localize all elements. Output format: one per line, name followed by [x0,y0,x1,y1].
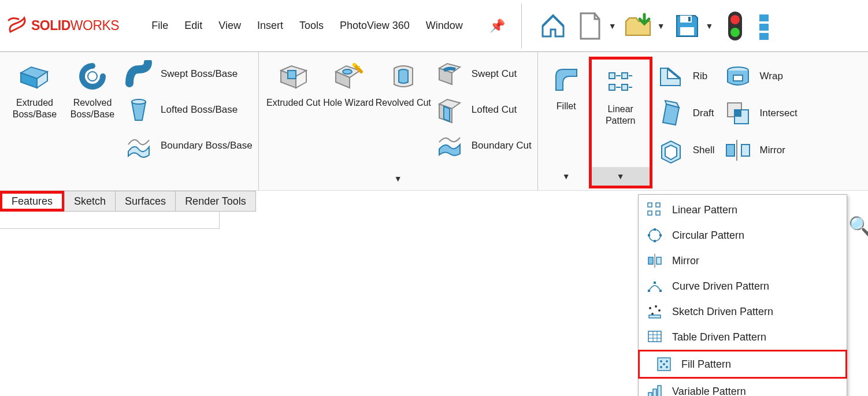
svg-point-28 [649,230,661,241]
mirror-button[interactable]: Mirror [724,136,797,164]
svg-rect-34 [648,257,653,264]
hole-wizard-caret[interactable]: ▼ [265,174,532,188]
menu-insert[interactable]: Insert [257,20,283,32]
menu-window[interactable]: Window [426,20,463,32]
open-folder-icon [624,11,654,41]
svg-rect-2 [688,17,691,21]
magnifier-icon[interactable]: 🔍 [848,215,868,237]
label: Fillet [557,101,576,112]
svg-rect-18 [622,84,628,90]
traffic-light-icon[interactable] [720,11,750,41]
extruded-boss-button[interactable]: Extruded Boss/Base [6,57,64,120]
divider [521,3,522,49]
fillet-button[interactable]: Fillet [546,60,587,112]
label: Curve Driven Pattern [672,280,769,293]
caret-icon: ▼ [706,21,714,31]
dd-curve-driven[interactable]: Curve Driven Pattern [639,273,847,299]
solidworks-logo: SOLIDWORKS [7,16,119,36]
variable-pattern-icon [646,382,664,396]
dd-fill-pattern[interactable]: Fill Pattern [638,350,847,379]
group-boss-base: Extruded Boss/Base Revolved Boss/Base Sw… [0,52,259,190]
svg-rect-26 [648,211,652,215]
linear-pattern-caret[interactable]: ▼ [592,167,650,186]
swept-boss-button[interactable]: Swept Boss/Base [125,60,253,88]
svg-rect-24 [648,203,652,207]
panel-icon[interactable] [757,11,771,41]
svg-point-54 [663,363,665,365]
dd-table-driven[interactable]: Table Driven Pattern [639,324,847,350]
tab-features[interactable]: Features [0,191,65,212]
draft-icon [657,99,685,127]
new-doc-icon [575,11,605,41]
lofted-cut-button[interactable]: Lofted Cut [436,96,532,124]
swept-cut-button[interactable]: Swept Cut [436,60,532,88]
svg-point-5 [730,28,740,37]
boundary-boss-icon [125,132,153,160]
hole-wizard-button[interactable]: Hole Wizard [322,57,374,160]
dd-linear-pattern[interactable]: Linear Pattern [639,197,847,223]
lofted-boss-button[interactable]: Lofted Boss/Base [125,96,253,124]
svg-point-39 [649,307,651,309]
menu-tools[interactable]: Tools [299,20,324,32]
swept-boss-icon [125,60,153,88]
svg-rect-44 [648,331,661,342]
revolved-boss-button[interactable]: Revolved Boss/Base [64,57,121,120]
svg-rect-7 [759,24,769,31]
svg-rect-11 [288,71,296,79]
intersect-button[interactable]: Intersect [724,99,797,127]
extruded-cut-icon [277,60,310,92]
open-doc-button[interactable]: ▼ [624,11,665,41]
svg-rect-1 [680,27,694,35]
tab-surfaces[interactable]: Surfaces [115,191,176,212]
boundary-cut-button[interactable]: Boundary Cut [436,132,532,160]
label: Revolved Boss/Base [64,97,121,120]
tab-render-tools[interactable]: Render Tools [175,191,256,212]
boss-base-list: Swept Boss/Base Lofted Boss/Base Boundar… [121,57,253,160]
label: Revolved Cut [376,97,431,109]
shell-button[interactable]: Shell [657,136,715,164]
draft-button[interactable]: Draft [657,99,715,127]
menu-file[interactable]: File [151,20,168,32]
tab-sketch[interactable]: Sketch [64,191,116,212]
revolved-cut-button[interactable]: Revolved Cut [374,57,432,160]
mirror-icon [646,251,664,270]
label: Sketch Driven Pattern [672,306,773,318]
rib-button[interactable]: Rib [657,62,715,90]
cut-list: Swept Cut Lofted Cut Boundary Cut [432,57,532,160]
menu-photoview[interactable]: PhotoView 360 [340,20,410,32]
fillet-caret[interactable]: ▼ [562,172,570,181]
label: Linear Pattern [598,103,644,127]
label: Variable Pattern [672,386,746,397]
svg-point-13 [353,63,356,66]
wrap-button[interactable]: Wrap [724,62,797,90]
label: Rib [693,71,708,82]
dd-variable-pattern[interactable]: Variable Pattern [639,379,847,396]
menu-view[interactable]: View [218,20,241,32]
svg-point-50 [660,360,662,362]
lofted-boss-icon [125,96,153,124]
pin-icon[interactable]: 📌 [489,18,505,34]
right-feature-cols: Rib Draft Shell Wrap Intersect Mirror [652,57,802,164]
linear-pattern-button[interactable]: Linear Pattern [598,63,644,127]
boundary-cut-icon [436,132,463,160]
home-icon[interactable] [538,11,568,41]
dd-mirror[interactable]: Mirror [639,248,847,273]
svg-rect-43 [649,315,661,318]
extruded-cut-button[interactable]: Extruded Cut [265,57,322,160]
quick-access-toolbar: ▼ ▼ ▼ [538,11,771,41]
new-doc-button[interactable]: ▼ [575,11,617,41]
boundary-boss-button[interactable]: Boundary Boss/Base [125,132,253,160]
dd-sketch-driven[interactable]: Sketch Driven Pattern [639,299,847,324]
hole-wizard-icon [332,60,365,92]
linear-pattern-dropdown: Linear Pattern Circular Pattern Mirror C… [638,194,847,396]
menu-edit[interactable]: Edit [184,20,202,32]
wrap-icon [724,62,752,90]
fillet-icon [550,64,583,96]
svg-rect-36 [648,290,650,292]
label: Extruded Cut [266,97,320,109]
svg-rect-30 [659,234,662,236]
dd-circular-pattern[interactable]: Circular Pattern [639,223,847,248]
linear-pattern-icon [646,201,664,219]
save-button[interactable]: ▼ [672,11,714,41]
circular-pattern-icon [646,226,664,245]
